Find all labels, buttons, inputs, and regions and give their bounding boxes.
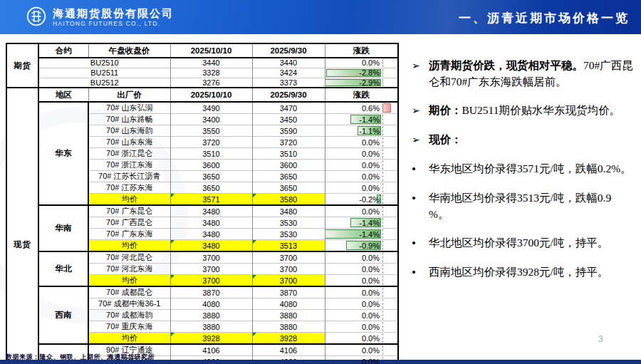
cell-change: 0.0% — [325, 310, 398, 321]
price-table-wrap: 期货合约午盘收盘价2025/10/102025/9/30涨跌BU25103440… — [6, 43, 399, 364]
change-value: 0.0% — [325, 265, 398, 274]
cell-price: 3276 — [170, 78, 252, 88]
haitong-logo-icon — [26, 6, 47, 30]
cell-product-name: 70# 成都中海36-1 — [88, 298, 170, 310]
change-value: 0.6% — [325, 104, 398, 113]
cell-price: 3700 — [252, 251, 325, 264]
cell-change: 0.0% — [325, 148, 398, 160]
note-item: •西南地区均价录得3928元/吨，持平。 — [412, 264, 634, 281]
note-text: 沥青期货价跌，现货相对平稳。70#广西昆仑和70#广东东海跌幅居前。 — [429, 57, 634, 90]
cell-price: 3650 — [252, 182, 325, 194]
cell-price: 3720 — [170, 137, 252, 148]
spot-row: 西南70# 成都昆仑387038700.0% — [6, 286, 398, 298]
futures-row: BU251232763373-2.9% — [6, 78, 398, 88]
change-value: -2.9% — [325, 78, 398, 87]
change-value: -1.4% — [325, 230, 398, 239]
note-item: ➢现价： — [412, 131, 634, 148]
cell-change: 0.0% — [325, 58, 398, 68]
change-value: -1.1% — [325, 127, 398, 135]
cell-product-name: 70# 河北昆仑 — [88, 251, 170, 264]
company-name-en: HAITONG FUTURES CO., LTD. — [53, 21, 174, 27]
cell-price: 3513 — [252, 240, 325, 252]
change-value: 0.0% — [325, 184, 398, 192]
change-value: 0.0% — [325, 300, 398, 308]
cell-price: 3480 — [170, 229, 252, 240]
change-value: 0.0% — [325, 323, 398, 331]
change-value: -1.4% — [325, 219, 398, 227]
dot-bullet-icon: • — [412, 189, 429, 222]
header-exfactory-price: 出厂价 — [88, 88, 170, 102]
cell-price: 3530 — [252, 217, 325, 229]
change-value: 0.0% — [325, 58, 398, 67]
error-triangle-icon — [171, 194, 174, 197]
cell-price: 3700 — [170, 275, 252, 287]
note-text: 华东地区均价录得3571元/吨，跌幅0.2%。 — [429, 160, 634, 177]
dot-bullet-icon: • — [412, 234, 429, 251]
cell-price: 3928 — [170, 333, 252, 345]
cell-price: 3490 — [170, 102, 252, 114]
cell-price: 3373 — [252, 78, 325, 88]
cell-change: -1.4% — [325, 217, 398, 229]
cell-change: 0.0% — [325, 160, 398, 171]
cell-product-name: 70# 山东弘润 — [88, 102, 170, 114]
cell-price: 3600 — [252, 160, 325, 171]
cell-price: 3580 — [252, 194, 325, 206]
cell-average-label: 均价 — [88, 194, 170, 206]
change-value: 0.0% — [325, 254, 398, 262]
error-triangle-icon — [253, 240, 256, 244]
cell-change: 0.0% — [325, 251, 398, 264]
cell-change: -1.4% — [325, 229, 398, 240]
change-value: 0.0% — [325, 276, 398, 285]
error-triangle-icon — [253, 333, 256, 336]
cell-change: -1.4% — [325, 114, 398, 125]
cell-price: 3700 — [170, 264, 252, 275]
header-contract: 合约 — [38, 43, 88, 58]
cell-change: -1.1% — [325, 125, 398, 137]
cell-price: 3880 — [252, 310, 325, 321]
cell-change: -0.2% — [325, 194, 398, 206]
cell-price: 3400 — [170, 114, 252, 125]
cell-change: 0.6% — [325, 102, 398, 114]
region-label: 华东 — [38, 102, 88, 205]
cell-contract: BU2512 — [38, 78, 170, 88]
cell-price: 3480 — [170, 205, 252, 217]
note-text-bold: 现价： — [429, 133, 462, 145]
note-text: 期价：BU2511期价贴水华东现货均价。 — [429, 102, 634, 119]
note-text: 华北地区均价录得3700元/吨，持平。 — [429, 234, 634, 251]
bottom-bar — [0, 360, 641, 364]
company-name-cn: 海通期货股份有限公司 — [53, 9, 174, 20]
slide-title: 一、沥青近期市场价格一览 — [459, 10, 630, 26]
group-label-futures: 期货 — [6, 43, 38, 88]
change-value: 0.0% — [325, 138, 398, 147]
change-value: 0.0% — [325, 334, 398, 343]
cell-product-name: 70# 江苏长江沥青 — [88, 171, 170, 182]
cell-contract: BU2510 — [38, 58, 170, 68]
cell-price: 3880 — [252, 321, 325, 333]
group-label-spot: 现货 — [6, 88, 38, 364]
error-triangle-icon — [171, 333, 174, 336]
spot-row: 华南70# 广东昆仑348034800.0% — [6, 205, 398, 217]
cell-product-name: 70# 山东海韵 — [88, 125, 170, 137]
note-text: 华南地区均价录得3513元/吨，跌幅0.9 %。 — [429, 189, 634, 222]
header-date1: 2025/10/10 — [170, 88, 252, 102]
note-item: •华北地区均价录得3700元/吨，持平。 — [412, 234, 634, 251]
cell-product-name: 70# 成都昆仑 — [88, 286, 170, 298]
cell-price: 3550 — [170, 125, 252, 137]
futures-header-row: 期货合约午盘收盘价2025/10/102025/9/30涨跌 — [6, 43, 398, 58]
cell-product-name: 70# 成都海韵 — [88, 310, 170, 321]
change-value: 0.0% — [325, 150, 398, 158]
cell-product-name: 70# 浙江昆仑 — [88, 148, 170, 160]
cell-contract: BU2511 — [38, 68, 170, 78]
note-item: •华南地区均价录得3513元/吨，跌幅0.9 %。 — [412, 189, 634, 222]
note-item: ➢期价：BU2511期价贴水华东现货均价。 — [412, 102, 634, 119]
cell-price: 3440 — [252, 58, 325, 68]
note-item: ➢沥青期货价跌，现货相对平稳。70#广西昆仑和70#广东东海跌幅居前。 — [412, 57, 634, 90]
cell-price: 3650 — [170, 171, 252, 182]
cell-change: 0.0% — [325, 171, 398, 182]
cell-price: 3450 — [252, 114, 325, 125]
note-text-bold: 期价： — [429, 104, 462, 116]
cell-change: 0.0% — [325, 137, 398, 148]
cell-change: 0.0% — [325, 321, 398, 333]
cell-price: 3424 — [252, 68, 325, 78]
cell-price: 4106 — [252, 344, 325, 356]
